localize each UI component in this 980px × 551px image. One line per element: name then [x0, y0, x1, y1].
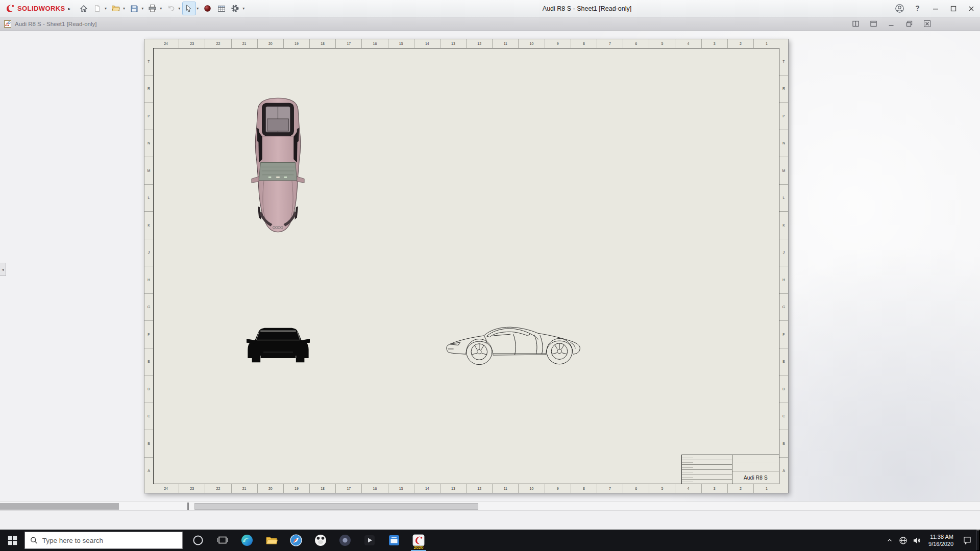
blue-tile-app-button[interactable]	[382, 530, 406, 551]
options-button[interactable]	[228, 2, 242, 15]
maximize-restore-button[interactable]	[944, 0, 962, 17]
cortana-button[interactable]	[186, 530, 210, 551]
hidden-icons-button[interactable]	[883, 530, 896, 551]
zone-label: 10	[519, 39, 545, 48]
help-button[interactable]: ?	[909, 0, 926, 17]
render-sphere-button[interactable]	[201, 2, 214, 15]
zone-label: 18	[310, 39, 336, 48]
media-app-button[interactable]	[357, 530, 382, 551]
menu-expand-arrow-icon[interactable]: ▸	[68, 6, 71, 11]
zone-label: T	[779, 48, 788, 76]
zone-label: N	[144, 130, 153, 158]
options-dropdown-chevron-icon[interactable]: ▾	[242, 6, 244, 11]
undo-button[interactable]	[164, 2, 178, 15]
zone-label: 1	[754, 484, 779, 493]
action-center-icon	[963, 536, 972, 545]
search-icon	[30, 536, 38, 544]
taskbar-clock[interactable]: 11:38 AM 9/16/2020	[924, 533, 958, 547]
zone-label: 9	[545, 484, 571, 493]
scrollbar-splitter-handle[interactable]	[187, 503, 189, 510]
maximize-icon	[950, 5, 957, 12]
doc-new-window-button[interactable]	[869, 19, 878, 29]
open-dropdown-chevron-icon[interactable]: ▾	[123, 6, 125, 11]
zone-label: 24	[153, 484, 179, 493]
action-center-button[interactable]	[958, 530, 976, 551]
zone-label: 22	[205, 484, 231, 493]
zone-label: A	[144, 458, 153, 485]
minimize-button[interactable]	[926, 0, 944, 17]
new-dropdown-chevron-icon[interactable]: ▾	[105, 6, 107, 11]
zone-label: 16	[362, 484, 388, 493]
show-desktop-button[interactable]	[976, 530, 980, 551]
title-block-main: Audi R8 S	[732, 455, 779, 484]
zone-label: 1	[754, 39, 779, 48]
select-tool-button[interactable]	[182, 2, 196, 15]
panel-scrollbar-thumb[interactable]	[0, 503, 119, 510]
save-dropdown-chevron-icon[interactable]: ▾	[141, 6, 143, 11]
search-input[interactable]	[42, 537, 177, 544]
network-globe-icon	[899, 536, 908, 545]
start-button[interactable]	[0, 530, 24, 551]
doc-split-pane-button[interactable]	[851, 19, 860, 29]
edge-icon	[240, 534, 254, 547]
close-button[interactable]	[962, 0, 980, 17]
document-window-controls	[851, 19, 976, 29]
select-dropdown-chevron-icon[interactable]: ▾	[197, 6, 199, 11]
drawing-view-side[interactable]	[444, 325, 586, 366]
zone-label: 16	[362, 39, 388, 48]
media-app-icon	[363, 534, 376, 547]
doc-restore-button[interactable]	[904, 19, 914, 29]
task-view-button[interactable]	[210, 530, 235, 551]
file-explorer-button[interactable]	[259, 530, 284, 551]
drawing-sheet[interactable]: 242322212019181716151413121110987654321 …	[144, 39, 789, 493]
edge-button[interactable]	[235, 530, 259, 551]
open-button[interactable]	[109, 2, 122, 15]
compass-browser-button[interactable]	[284, 530, 308, 551]
graphics-viewport[interactable]: 242322212019181716151413121110987654321 …	[0, 31, 980, 510]
undo-dropdown-chevron-icon[interactable]: ▾	[178, 6, 180, 11]
doc-minimize-button[interactable]	[887, 19, 896, 29]
drawing-view-top[interactable]	[247, 96, 309, 234]
print-button[interactable]	[145, 2, 159, 15]
title-block[interactable]: Audi R8 S	[681, 455, 779, 484]
drawing-view-front[interactable]	[247, 324, 310, 366]
zone-label: 21	[232, 39, 258, 48]
print-dropdown-chevron-icon[interactable]: ▾	[160, 6, 162, 11]
zone-label: D	[144, 375, 153, 403]
zone-label: 13	[440, 39, 467, 48]
home-button[interactable]	[77, 2, 90, 15]
zone-label: L	[779, 185, 788, 212]
zone-label: 6	[623, 484, 649, 493]
solidworks-logo[interactable]: SOLIDWORKS	[5, 3, 65, 14]
taskbar-search-box[interactable]	[24, 532, 183, 549]
doc-restore-icon	[905, 20, 913, 28]
windows-taskbar: 2020	[0, 530, 980, 551]
scrollbar-thumb[interactable]	[194, 503, 478, 510]
account-button[interactable]	[891, 0, 909, 17]
horizontal-scrollbar[interactable]	[0, 502, 980, 510]
zone-label: 15	[388, 39, 414, 48]
zone-label: J	[779, 239, 788, 267]
solidworks-taskbar-button[interactable]: 2020	[406, 530, 431, 551]
windows-logo-icon	[7, 535, 18, 546]
zone-label: 3	[702, 484, 728, 493]
new-document-button[interactable]	[90, 2, 104, 15]
volume-button[interactable]	[910, 530, 924, 551]
open-folder-icon	[111, 4, 120, 13]
feature-panel-flyout-tab[interactable]: ◂	[0, 263, 6, 276]
dark-circle-app-button[interactable]	[333, 530, 357, 551]
sheet-border-frame: Audi R8 S	[153, 48, 779, 484]
file-explorer-icon	[265, 534, 278, 547]
network-button[interactable]	[896, 530, 910, 551]
doc-close-button[interactable]	[922, 19, 932, 29]
zone-label: 4	[675, 484, 701, 493]
undo-icon	[167, 5, 175, 13]
document-titlebar[interactable]: Audi R8 S - Sheet1 [Read-only]	[0, 17, 980, 31]
title-block-row	[682, 480, 732, 484]
save-button[interactable]	[127, 2, 141, 15]
solidworks-year-badge: 2020	[414, 545, 424, 550]
light-circle-app-button[interactable]	[308, 530, 333, 551]
tables-button[interactable]	[214, 2, 228, 15]
close-icon	[968, 5, 975, 12]
print-icon	[148, 4, 157, 13]
